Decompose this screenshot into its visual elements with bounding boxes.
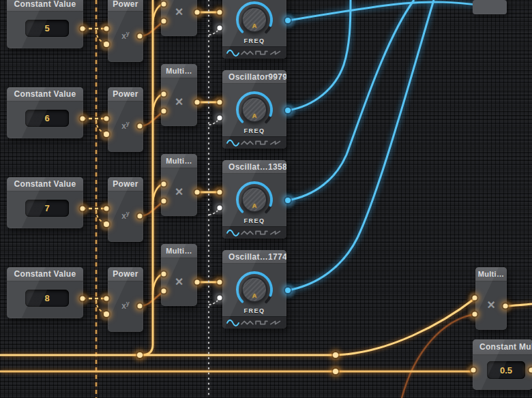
port-multi2-in-a[interactable] [162,92,166,97]
node-oscillator-1[interactable]: A FREQ [222,0,286,59]
port-const-multi-out[interactable] [529,368,532,373]
node-title[interactable]: Power [108,267,143,281]
port-multi5-in-a[interactable] [473,296,477,301]
port-power2-in-base[interactable] [104,117,109,121]
waveform-sine-button[interactable] [226,49,239,57]
node-constant-value-4[interactable]: Constant Value 8 [7,267,83,318]
wire-white-hook-osc1[interactable] [209,29,219,35]
port-osc3-freq-in[interactable] [218,190,222,195]
wire-junction[interactable] [333,352,338,358]
knob-face[interactable]: A [241,277,267,303]
port-osc1-freq-in[interactable] [218,10,222,15]
knob-face[interactable]: A [241,7,267,33]
node-title[interactable]: Constant Multi… [473,339,532,355]
knob-face[interactable]: A [241,187,267,213]
node-title[interactable]: Multi… [161,244,197,258]
wire-white-hook-osc3[interactable] [209,209,219,215]
node-constant-value-2[interactable]: Constant Value 6 [7,87,83,138]
wire-white-hook-osc2[interactable] [209,119,219,125]
wire-power1-to-multi1[interactable] [140,22,163,36]
port-osc4-freq-in[interactable] [218,280,222,285]
node-title[interactable]: Multi… [161,154,197,168]
node-oscillator-4[interactable]: Oscillat…17740 A FREQ [222,250,286,328]
port-multi3-in-b[interactable] [162,199,166,204]
node-title[interactable]: Power [108,87,143,102]
port-power1-out[interactable] [138,34,143,39]
port-multi1-in-b[interactable] [162,19,166,24]
value-input[interactable]: 7 [25,200,69,217]
wire-multi5-out[interactable] [505,304,532,306]
node-graph-canvas[interactable]: Constant Value 5 Constant Value 6 Consta… [0,0,532,398]
freq-knob[interactable]: A [234,89,275,130]
port-power4-in-base[interactable] [104,296,109,301]
node-power-2[interactable]: Power xy [108,87,143,152]
port-multi3-out[interactable] [195,190,200,195]
node-constant-value-1[interactable]: Constant Value 5 [7,0,83,48]
port-power2-out[interactable] [138,124,143,129]
wire-osc1-audio[interactable] [288,2,483,20]
port-const4-out[interactable] [80,296,85,301]
node-title[interactable]: Power [108,0,143,12]
wire-junction[interactable] [333,369,338,374]
knob-face[interactable]: A [241,97,267,123]
waveform-saw-button[interactable] [269,49,282,57]
waveform-sine-button[interactable] [226,139,239,147]
port-osc2-audio-out[interactable] [285,108,291,113]
port-osc3-sync-in[interactable] [218,206,222,211]
node-multiply-4[interactable]: Multi… × [161,244,197,306]
port-multi1-in-a[interactable] [162,2,166,7]
node-oscillator-2[interactable]: Oscillator9979 A FREQ [222,70,286,149]
node-multiply-1[interactable]: Multi… × [161,0,197,36]
wire-branch-power3-exp[interactable] [96,210,104,223]
waveform-square-button[interactable] [255,139,268,147]
port-multi3-in-a[interactable] [162,182,166,187]
waveform-triangle-button[interactable] [241,139,254,147]
port-power4-in-exp[interactable] [104,311,109,317]
value-input[interactable]: 6 [25,110,69,127]
node-title[interactable]: Oscillat…17740 [222,250,286,264]
node-multiply-5[interactable]: Multi… × [475,267,507,330]
wire-osc3-audio[interactable] [288,0,414,200]
port-power4-out[interactable] [138,304,143,309]
freq-knob[interactable]: A [234,179,275,220]
wire-bottom-to-multi5[interactable] [402,314,475,398]
port-multi5-in-b[interactable] [473,312,477,317]
port-multi4-in-b[interactable] [162,289,166,294]
waveform-square-button[interactable] [255,319,268,326]
node-oscillator-3[interactable]: Oscillat…13582 A FREQ [222,160,286,239]
freq-knob[interactable]: A [234,0,275,40]
wire-power3-to-multi3[interactable] [140,202,163,216]
value-input[interactable]: 0.5 [487,361,525,379]
freq-knob[interactable]: A [234,269,275,310]
port-multi2-out[interactable] [195,100,200,105]
node-multiply-3[interactable]: Multi… × [161,154,197,216]
wire-rail-to-multi5[interactable] [336,298,475,355]
port-const2-out[interactable] [80,117,85,121]
waveform-saw-button[interactable] [269,319,282,326]
wire-osc2-audio[interactable] [288,0,351,110]
node-constant-multi[interactable]: Constant Multi… 0.5 [473,339,532,390]
waveform-square-button[interactable] [255,229,268,236]
node-partial-top-right[interactable] [473,0,507,14]
port-multi1-out[interactable] [195,10,200,15]
node-title[interactable]: Multi… [475,267,507,281]
port-multi4-in-a[interactable] [162,272,166,277]
port-osc2-freq-in[interactable] [218,100,222,105]
port-const1-out[interactable] [80,27,85,31]
node-constant-value-3[interactable]: Constant Value 7 [7,177,83,228]
node-title[interactable]: Oscillator9979 [222,70,286,84]
port-osc4-audio-out[interactable] [285,288,291,293]
port-power2-in-exp[interactable] [104,132,109,137]
node-title[interactable]: Constant Value [7,267,83,281]
wire-branch-power1-exp[interactable] [96,30,104,43]
wire-branch-power2-exp[interactable] [96,120,104,133]
node-title[interactable]: Multi… [161,64,197,78]
node-power-3[interactable]: Power xy [108,177,143,242]
port-power3-in-base[interactable] [104,206,109,211]
value-input[interactable]: 8 [25,290,69,307]
node-title[interactable]: Constant Value [7,87,83,102]
port-power3-out[interactable] [138,214,143,219]
port-osc1-audio-out[interactable] [285,18,291,23]
waveform-triangle-button[interactable] [241,319,254,326]
node-title[interactable]: Constant Value [7,0,83,12]
